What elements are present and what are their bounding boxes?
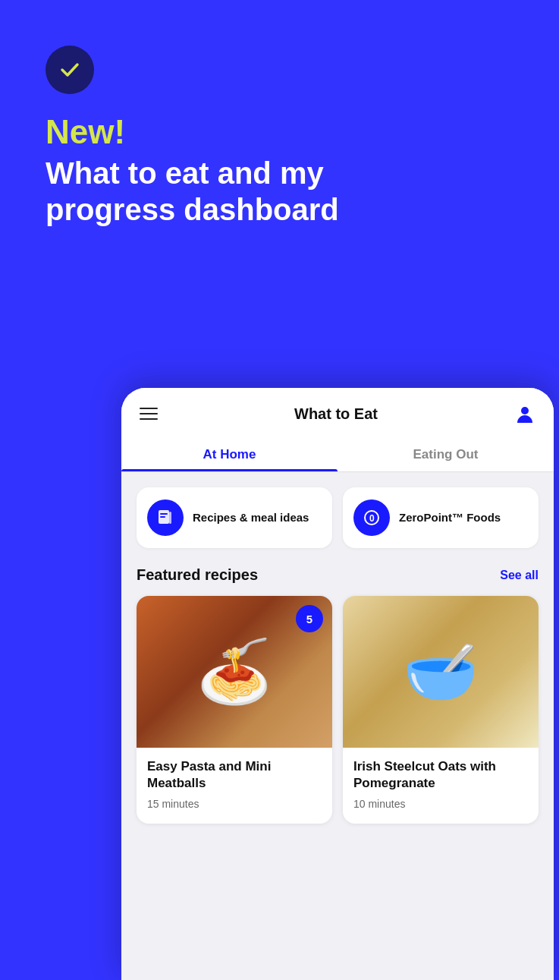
svg-point-0 [521, 407, 529, 414]
new-label: New! [46, 115, 339, 149]
user-profile-icon[interactable] [514, 403, 535, 424]
recipe-image-pasta: 5 [137, 596, 332, 748]
checkmark-badge [46, 46, 94, 94]
svg-rect-4 [169, 512, 171, 524]
phone-mockup: What to Eat At Home Eating Out Recipe [121, 388, 554, 980]
recipe-name-pasta: Easy Pasta and Mini Meatballs [147, 758, 322, 792]
recipe-card-oats[interactable]: Irish Steelcut Oats with Pomegranate 10 … [343, 596, 539, 824]
svg-rect-3 [160, 516, 165, 518]
hero-headline: What to eat and my progress dashboard [46, 155, 339, 228]
tab-eating-out[interactable]: Eating Out [338, 436, 554, 471]
tab-bar: At Home Eating Out [121, 436, 554, 472]
hero-content: New! What to eat and my progress dashboa… [46, 46, 339, 228]
zeropoint-foods-button[interactable]: 0 ZeroPoint™ Foods [343, 487, 539, 548]
zeropoint-icon: 0 [353, 499, 390, 536]
recipes-meal-ideas-button[interactable]: Recipes & meal ideas [137, 487, 332, 548]
see-all-link[interactable]: See all [500, 569, 539, 582]
featured-header: Featured recipes See all [137, 566, 539, 584]
recipe-time-oats: 10 minutes [353, 798, 528, 810]
recipe-image-oats [343, 596, 539, 748]
svg-rect-2 [160, 513, 168, 515]
zeropoint-label: ZeroPoint™ Foods [399, 510, 501, 525]
hamburger-menu-button[interactable] [140, 408, 158, 420]
points-badge-pasta: 5 [296, 605, 323, 632]
featured-recipes-section: Featured recipes See all 5 Easy Pasta an… [121, 560, 554, 824]
quick-links-section: Recipes & meal ideas 0 ZeroPoint™ Foods [121, 472, 554, 560]
checkmark-icon [58, 58, 82, 82]
recipe-name-oats: Irish Steelcut Oats with Pomegranate [353, 758, 528, 792]
recipe-book-icon [147, 499, 184, 536]
recipe-cards-container: 5 Easy Pasta and Mini Meatballs 15 minut… [137, 596, 539, 824]
svg-text:0: 0 [369, 513, 375, 524]
recipe-time-pasta: 15 minutes [147, 798, 322, 810]
featured-title: Featured recipes [137, 566, 258, 584]
app-title: What to Eat [294, 405, 378, 423]
app-header: What to Eat [121, 388, 554, 436]
recipe-card-pasta[interactable]: 5 Easy Pasta and Mini Meatballs 15 minut… [137, 596, 332, 824]
tab-at-home[interactable]: At Home [121, 436, 338, 471]
recipes-label: Recipes & meal ideas [193, 510, 309, 525]
